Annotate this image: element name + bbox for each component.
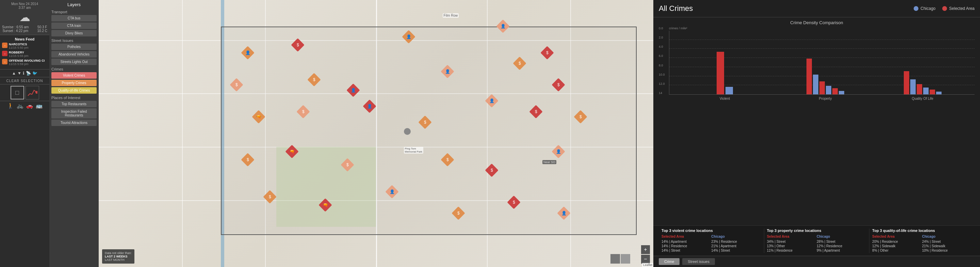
y-label-0: 14 [659, 91, 668, 95]
weather-icon: ☁ [2, 11, 47, 24]
stats-title: All Crimes [659, 4, 907, 13]
selected-legend: Selected Area [942, 6, 975, 11]
triangle-down-btn[interactable]: ▼ [18, 71, 21, 75]
news-text-3: OFFENSE INVOLVING CI 11/15 5:59 pm [9, 59, 45, 66]
y-label-7: 0.0 [659, 27, 668, 30]
property-label: Property [777, 97, 874, 101]
bottom-stats: Top 3 violent crime locations Selected A… [653, 225, 980, 256]
stats-panel: All Crimes Chicago Selected Area Crime D… [653, 0, 980, 267]
cta-train-btn[interactable]: CTA train [51, 22, 97, 29]
qol-bar-red-1 [904, 71, 909, 94]
property-stats-col: Top 3 property crime locations Selected … [764, 229, 870, 253]
qol-row-3: 8% | Other 10% | Residence [872, 249, 972, 253]
abandoned-vehicles-btn[interactable]: Abandoned Vehicles [51, 51, 97, 58]
street-v1 [182, 0, 183, 267]
bike-icon[interactable]: 🚲 [17, 102, 24, 109]
data-info-line1: Data not older than: [105, 251, 132, 255]
tourist-attractions-btn[interactable]: Tourist Attractions [51, 120, 97, 126]
layers-title: Layers [51, 2, 97, 7]
bus-icon[interactable]: 🚌 [36, 102, 43, 109]
violent-col-title: Top 3 violent crime locations [662, 229, 761, 233]
news-item-2: ⬦ ROBBERY 11/15 5:55 pm [2, 51, 47, 58]
selection-line-icon[interactable] [25, 86, 39, 99]
inspection-failed-btn[interactable]: Inspection Failed Restaurants [51, 108, 97, 118]
property-bar-blue-3 [839, 91, 844, 94]
crime-tab[interactable]: Crime [659, 258, 679, 265]
y-label-4: 6.0 [659, 54, 668, 58]
potholes-btn[interactable]: Potholes [51, 43, 97, 50]
qol-sel-2: 12% | Sidewalk [872, 244, 922, 248]
violent-sel-1: 14% | Apartment [662, 240, 711, 243]
violent-bar-red [717, 52, 724, 94]
qol-chi-1: 24% | Street [922, 240, 972, 243]
map-type-btn-2[interactable] [620, 254, 630, 264]
property-row-3: 11% | Residence 9% | Apartment [767, 249, 867, 253]
violent-sel-3: 14% | Street [662, 249, 711, 253]
news-item-1: ⬦ NARCOTICS 11/15 5:50 pm [2, 43, 47, 50]
property-bar-blue-1 [813, 75, 818, 94]
y-label-6: 2.0 [659, 36, 668, 39]
property-group: Property [777, 59, 874, 94]
violent-selected-label: Selected Area [662, 235, 711, 238]
top-restaurants-btn[interactable]: Top Restaurants [51, 101, 97, 107]
walk-icon[interactable]: 🚶 [7, 102, 14, 109]
map-data-info: Data not older than: LAST 2 WEEKS LAST M… [102, 249, 134, 264]
qol-bar-blue-1 [910, 79, 916, 94]
violent-chi-2: 21% | Apartment [711, 244, 761, 248]
property-sel-2: 13% | Other [767, 244, 817, 248]
qol-crimes-btn[interactable]: Quality-of-life Crimes [51, 87, 97, 94]
violent-group: Violent [673, 52, 777, 94]
qol-row-2: 12% | Sidewalk 21% | Sidewalk [872, 244, 972, 248]
controls-row: ▲ ▼ ℹ 📡 🐦 [0, 69, 49, 77]
y-axis: 14 12.0 10.0 8.0 6.0 4.0 2.0 0.0 [659, 27, 669, 95]
triangle-up-btn[interactable]: ▲ [12, 71, 16, 75]
qol-stats-col: Top 3 quality-of-life crime locations Se… [869, 229, 975, 253]
property-bar-red-3 [832, 88, 838, 94]
clear-selection-button[interactable]: CLEAR SELECTION [6, 79, 43, 83]
street-issues-label: Street Issues [51, 38, 97, 43]
location-dot [404, 128, 411, 135]
selection-area: □ [0, 85, 49, 101]
property-col-title: Top 3 property crime locations [767, 229, 867, 233]
qol-label: Quality Of Life [874, 97, 971, 101]
zoom-controls: + − [641, 245, 650, 264]
map-area[interactable]: Film Row Ping TomMemorial Park Near SO 👤… [99, 0, 653, 267]
zoom-out-button[interactable]: − [641, 255, 650, 264]
zoom-in-button[interactable]: + [641, 245, 650, 254]
near-so-label: Near SO [542, 160, 556, 164]
property-chi-3: 9% | Apartment [817, 249, 866, 253]
data-info-line2: LAST 2 WEEKS [105, 255, 132, 258]
qol-sub-header: Selected Area Chicago [872, 235, 972, 238]
grid-5 [669, 48, 975, 49]
car-icon[interactable]: 🚗 [26, 102, 33, 109]
selection-box-icon[interactable]: □ [11, 86, 24, 99]
data-info-line3: LAST MONTH [105, 258, 132, 262]
cta-bus-btn[interactable]: CTA bus [51, 15, 97, 21]
transport-label: Transport [51, 10, 97, 14]
chart-container: 14 12.0 10.0 8.0 6.0 4.0 2.0 0.0 crimes … [659, 27, 975, 95]
street-issues-tab[interactable]: Street issues [682, 258, 715, 265]
violent-stats-col: Top 3 violent crime locations Selected A… [659, 229, 764, 253]
info-btn[interactable]: ℹ [23, 71, 24, 75]
qol-chicago-label: Chicago [922, 235, 972, 238]
property-crimes-btn[interactable]: Property Crimes [51, 80, 97, 86]
chart-bars-area: Violent Property [669, 30, 975, 95]
left-panel: Mon Nov 24 2014 3:37 am ☁ Sunrise : 6:55… [0, 0, 49, 267]
property-bar-red-2 [819, 82, 825, 94]
chicago-legend-dot [914, 6, 918, 11]
qol-bar-red-3 [930, 90, 935, 94]
rss-btn[interactable]: 📡 [26, 71, 31, 75]
y-label-3: 8.0 [659, 64, 668, 67]
qol-selected-label: Selected Area [872, 235, 922, 238]
violent-sel-2: 14% | Residence [662, 244, 711, 248]
chicago-legend: Chicago [914, 6, 935, 11]
twitter-btn[interactable]: 🐦 [32, 71, 37, 75]
map-type-btn-1[interactable] [611, 254, 620, 264]
violent-chi-3: 14% | Street [711, 249, 761, 253]
divvy-bikes-btn[interactable]: Divvy Bikes [51, 30, 97, 37]
grid-6 [669, 40, 975, 40]
streets-lights-btn[interactable]: Streets Lights Out [51, 59, 97, 65]
violent-crimes-btn[interactable]: Violent Crimes [51, 72, 97, 79]
property-row-1: 34% | Street 28% | Street [767, 240, 867, 243]
weather-date: Mon Nov 24 2014 [2, 2, 47, 6]
